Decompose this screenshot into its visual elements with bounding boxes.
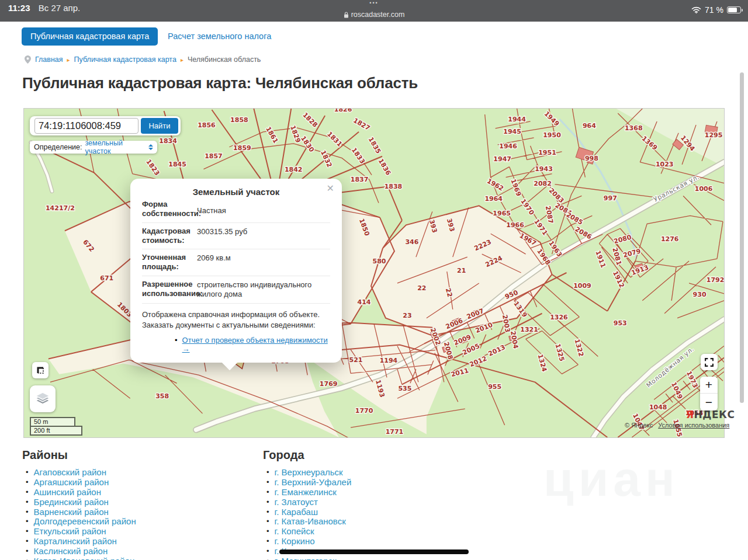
parcel-label[interactable]: 1950 (543, 131, 561, 139)
parcel-label[interactable]: 1947 (493, 155, 511, 163)
region-link[interactable]: Катав-Ивановский район (34, 556, 135, 560)
parcel-label[interactable]: 1194 (380, 357, 398, 364)
terms-link[interactable]: Условия использования (658, 422, 729, 429)
parcel-label[interactable]: 1837 (351, 176, 369, 183)
bullet: • (266, 488, 269, 496)
zoom-in-button[interactable]: + (700, 377, 718, 394)
parcel-label[interactable]: 1321 (520, 326, 538, 333)
parcel-label[interactable]: 1842 (285, 166, 303, 173)
list-item: •г. Верхнеуральск (266, 467, 351, 477)
parcel-label[interactable]: 346 (405, 238, 418, 246)
region-link[interactable]: Каслинский район (34, 546, 108, 556)
close-icon[interactable]: ✕ (327, 183, 334, 194)
parcel-label[interactable]: 1770 (355, 407, 373, 415)
parcel-label[interactable]: 955 (488, 383, 501, 391)
popup-row-label: Кадастровая стоимость: (142, 227, 197, 246)
region-link[interactable]: г. Коркино (275, 536, 315, 546)
map-canvas[interactable]: 183418561858185718591823184514217/267267… (24, 109, 724, 437)
parcel-label[interactable]: 2082 (534, 180, 552, 187)
parcel-label[interactable]: 997 (604, 194, 617, 202)
page-scrollbar[interactable] (740, 72, 744, 403)
parcel-label[interactable]: 930 (693, 291, 707, 298)
search-button[interactable]: Найти (141, 118, 178, 134)
layers-button[interactable] (30, 385, 56, 412)
parcel-label[interactable]: 1826 (334, 109, 352, 113)
region-link[interactable]: Долгодеревенский район (34, 516, 136, 526)
parcel-label[interactable]: 1945 (503, 128, 521, 135)
parcel-label[interactable]: 1965 (493, 210, 511, 217)
parcel-label[interactable]: 1792 (707, 276, 724, 284)
tab-public-cadastral-map[interactable]: Публичная кадастровая карта (22, 27, 158, 46)
region-link[interactable]: г. Магнитогорск (275, 556, 337, 560)
region-link[interactable]: г. Копейск (275, 526, 314, 536)
region-link[interactable]: г. Златоуст (275, 497, 318, 507)
zoom-out-button[interactable]: − (700, 394, 718, 411)
list-item: •Агаповский район (26, 467, 136, 477)
bullet: • (266, 478, 269, 486)
parcel-label[interactable]: 1946 (499, 142, 517, 150)
parcel-label[interactable]: 1859 (233, 144, 251, 152)
parcel-label[interactable]: 521 (349, 356, 363, 364)
parcel-label[interactable]: 953 (614, 319, 627, 327)
wifi-icon (691, 6, 701, 13)
parcel-label[interactable]: 1769 (320, 380, 338, 388)
region-link[interactable]: г. Верхний-Уфалей (275, 477, 352, 487)
parcel-label[interactable]: 535 (398, 385, 411, 392)
home-indicator[interactable] (279, 549, 469, 554)
parcel-label[interactable]: 1276 (661, 235, 679, 243)
region-link[interactable]: Брединский район (34, 497, 109, 507)
region-link[interactable]: г. Верхнеуральск (275, 467, 343, 477)
parcel-label[interactable]: 1856 (198, 121, 216, 129)
region-link[interactable]: Агаповский район (34, 467, 106, 477)
parcel-label[interactable]: 1944 (508, 116, 526, 123)
parcel-label[interactable]: 358 (155, 392, 169, 400)
report-link[interactable]: Отчет о проверке объекта недвижимости → (182, 336, 330, 353)
tab-land-tax-calc[interactable]: Расчет земельного налога (168, 32, 271, 41)
parcel-label[interactable]: 1368 (625, 124, 643, 132)
breadcrumb-item[interactable]: Публичная кадастровая карта (74, 55, 176, 64)
parcel-label[interactable]: 1964 (484, 195, 503, 203)
parcel-label[interactable]: 671 (100, 274, 113, 282)
fullscreen-button[interactable] (701, 354, 718, 370)
parcel-label[interactable]: 1845 (168, 161, 186, 168)
parcel-label[interactable]: 1834 (159, 137, 177, 145)
parcel-label[interactable]: 1857 (205, 152, 223, 160)
parcel-label[interactable]: 1943 (535, 165, 553, 173)
region-link[interactable]: Еткульский район (34, 526, 106, 536)
parcel-label[interactable]: 23 (403, 312, 411, 319)
parcel-label[interactable]: 580 (373, 258, 386, 265)
parcel-label[interactable]: 1006 (695, 186, 713, 193)
region-link[interactable]: г. Карабаш (275, 507, 318, 517)
map-container[interactable]: 183418561858185718591823184514217/267267… (23, 108, 725, 438)
popup-row-label: Уточненная площадь: (142, 253, 197, 272)
parcel-label[interactable]: 22 (417, 284, 426, 292)
select-arrows-icon[interactable] (148, 144, 153, 150)
parcel-label[interactable]: 998 (585, 155, 598, 162)
region-link[interactable]: г. Катав-Ивановск (275, 516, 346, 526)
region-link[interactable]: Варненский район (34, 507, 109, 517)
measure-button[interactable] (32, 362, 49, 378)
parcel-label[interactable]: 1009 (573, 282, 591, 290)
region-link[interactable]: Аргаяшский район (34, 477, 109, 487)
address-bar[interactable]: roscadaster.com (0, 11, 748, 19)
search-input[interactable] (34, 118, 138, 134)
parcel-label[interactable]: 1771 (386, 428, 404, 436)
parcel-label[interactable]: 1295 (705, 131, 723, 139)
parcel-label[interactable]: 1326 (550, 314, 568, 321)
parcel-label[interactable]: 1858 (230, 116, 248, 124)
region-link[interactable]: Ашинский район (34, 487, 101, 497)
parcel-label[interactable]: 21 (457, 267, 466, 274)
parcel-label[interactable]: 414 (358, 298, 371, 306)
region-link[interactable]: г. Еманжелинск (275, 487, 337, 497)
region-link[interactable]: Карталинский район (34, 536, 117, 546)
parcel-label[interactable]: 1951 (538, 149, 556, 156)
parcel-label[interactable]: 1023 (656, 161, 674, 168)
breadcrumb-item[interactable]: Главная (35, 55, 63, 64)
parcel-label[interactable]: 1838 (385, 183, 403, 190)
parcel-label[interactable]: 1048 (649, 404, 667, 411)
parcel-label[interactable]: 1966 (506, 221, 524, 229)
bullet: • (26, 498, 29, 506)
definition-value[interactable]: земельный участок (85, 139, 144, 155)
parcel-label[interactable]: 964 (583, 122, 596, 130)
parcel-label[interactable]: 14217/2 (46, 204, 75, 212)
